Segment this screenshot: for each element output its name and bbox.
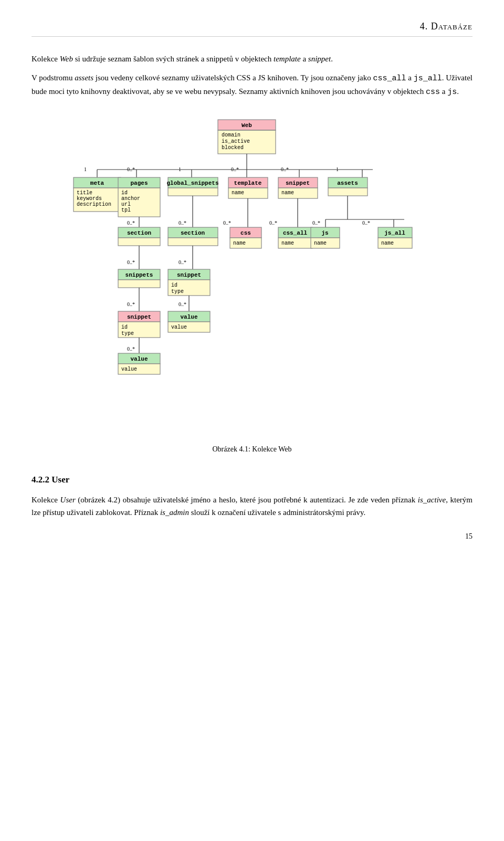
svg-text:1: 1 xyxy=(84,166,87,172)
svg-text:assets: assets xyxy=(337,180,358,186)
svg-text:value: value xyxy=(121,366,137,372)
svg-text:id: id xyxy=(171,282,177,288)
svg-text:type: type xyxy=(171,289,184,295)
svg-text:value: value xyxy=(171,324,187,330)
section-heading: 4.2.2 User xyxy=(32,475,472,485)
svg-text:type: type xyxy=(121,331,134,337)
svg-text:snippet: snippet xyxy=(127,314,151,320)
svg-text:name: name xyxy=(233,240,246,246)
svg-text:0..*: 0..* xyxy=(178,301,186,307)
svg-text:description: description xyxy=(77,202,111,207)
svg-rect-47 xyxy=(328,188,368,196)
page-number: 15 xyxy=(465,532,472,541)
svg-text:0..*: 0..* xyxy=(127,220,135,226)
svg-text:global_snippets: global_snippets xyxy=(166,180,218,186)
svg-text:is_active: is_active xyxy=(222,139,250,144)
svg-text:0..*: 0..* xyxy=(127,346,135,352)
svg-text:tpl: tpl xyxy=(121,207,131,213)
svg-text:name: name xyxy=(232,190,244,196)
svg-rect-90 xyxy=(118,280,160,288)
svg-text:keywords: keywords xyxy=(77,196,102,202)
svg-text:js_all: js_all xyxy=(384,230,405,236)
svg-rect-64 xyxy=(118,238,160,246)
paragraph-2: V podstromu assets jsou vedeny celkové s… xyxy=(32,71,472,99)
svg-text:domain: domain xyxy=(222,132,240,138)
svg-text:section: section xyxy=(181,230,205,236)
svg-text:0..*: 0..* xyxy=(269,220,277,226)
svg-text:0..*: 0..* xyxy=(178,259,186,265)
section-paragraph-1: Kolekce User (obrázek 4.2) obsahuje uživ… xyxy=(32,493,472,519)
svg-text:section: section xyxy=(127,230,151,236)
svg-text:js: js xyxy=(321,230,328,236)
svg-text:name: name xyxy=(381,240,394,246)
svg-text:0..*: 0..* xyxy=(127,259,135,265)
svg-text:value: value xyxy=(130,356,148,362)
svg-text:id: id xyxy=(121,190,128,196)
svg-text:name: name xyxy=(314,240,327,246)
svg-text:0..*: 0..* xyxy=(362,220,370,226)
svg-text:snippet: snippet xyxy=(286,180,310,186)
figure-caption: Obrázek 4.1: Kolekce Web xyxy=(32,445,472,454)
svg-text:css_all: css_all xyxy=(283,230,308,236)
svg-text:id: id xyxy=(121,324,128,330)
svg-text:0..*: 0..* xyxy=(312,220,320,226)
svg-text:css: css xyxy=(240,230,251,236)
svg-text:title: title xyxy=(77,190,92,196)
svg-text:snippet: snippet xyxy=(177,272,201,278)
svg-rect-36 xyxy=(168,188,218,196)
svg-text:0..*: 0..* xyxy=(178,220,186,226)
svg-rect-67 xyxy=(168,238,218,246)
svg-text:value: value xyxy=(180,314,197,320)
svg-text:0..*: 0..* xyxy=(127,301,135,307)
page-header: 4. Databáze xyxy=(32,21,472,37)
svg-text:name: name xyxy=(281,190,294,196)
svg-text:Web: Web xyxy=(242,122,252,129)
chapter-title: 4. Databáze xyxy=(420,21,472,31)
svg-text:url: url xyxy=(121,202,131,207)
paragraph-1: Kolekce Web si udržuje seznam šablon svý… xyxy=(32,52,472,65)
svg-text:name: name xyxy=(281,240,294,246)
svg-text:snippets: snippets xyxy=(125,272,153,278)
uml-diagram: Web domain is_active blocked 1 0..* 1 0.… xyxy=(32,114,472,440)
svg-text:blocked: blocked xyxy=(222,145,244,151)
svg-text:pages: pages xyxy=(130,180,148,186)
svg-text:template: template xyxy=(234,180,262,186)
svg-text:anchor: anchor xyxy=(121,196,140,202)
svg-text:0..*: 0..* xyxy=(223,220,231,226)
svg-text:meta: meta xyxy=(90,180,104,186)
